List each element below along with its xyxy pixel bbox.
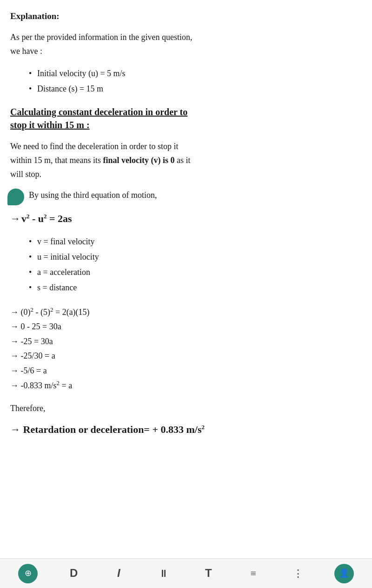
step-text-1: → 0 - 25 = 30a — [10, 320, 61, 334]
var-item-1: u = initial velocity — [37, 252, 99, 261]
body-line3: will stop. — [10, 170, 41, 179]
body-line1: We need to find the deceleration in orde… — [10, 142, 178, 151]
list-item: Initial velocity (u) = 5 m/s — [29, 67, 362, 80]
heading-line2: stop it within 15 m : — [10, 120, 90, 130]
arrow-icon: → — [10, 210, 20, 227]
pause-icon: ⏸ — [159, 565, 169, 581]
d-icon: D — [70, 564, 78, 582]
toolbar-button-menu2[interactable]: ⋮ — [289, 565, 307, 582]
list-item: v = final velocity — [29, 235, 362, 248]
by-using-container: By using the third equation of motion, — [10, 189, 362, 202]
bottom-spacer — [10, 438, 362, 475]
list-item: u = initial velocity — [29, 250, 362, 264]
menu1-icon: ≡ — [251, 565, 256, 581]
explanation-title: Explanation: — [10, 9, 362, 23]
intro-line2: we have : — [10, 46, 42, 56]
body-line2-bold: final velocity (v) is 0 — [103, 156, 175, 165]
step-line-5: → -0.833 m/s2 = a — [10, 378, 362, 393]
body-paragraph: We need to find the deceleration in orde… — [10, 140, 362, 181]
intro-paragraph: As per the provided information in the g… — [10, 31, 362, 58]
step-arrow-0: → (0)2 - (5)2 = 2(a)(15) — [10, 305, 90, 320]
var-item-0: v = final velocity — [37, 237, 95, 246]
toolbar-button-t[interactable]: T — [199, 565, 217, 582]
toolbar-button-d[interactable]: D — [65, 565, 83, 582]
intro-line1: As per the provided information in the g… — [10, 33, 192, 42]
therefore-text: Therefore, — [10, 402, 362, 415]
t-icon: T — [205, 564, 212, 582]
toolbar-button-circle-left[interactable]: ⊕ — [18, 564, 38, 583]
list-item: a = acceleration — [29, 266, 362, 279]
body-line2-start: within 15 m, that means its — [10, 156, 103, 165]
therefore-label: Therefore, — [10, 404, 45, 413]
var-item-3: s = distance — [37, 283, 77, 292]
toolbar-button-pause[interactable]: ⏸ — [155, 565, 173, 582]
teal-dot-icon — [7, 189, 24, 205]
step-text-3: → -25/30 = a — [10, 349, 55, 364]
given-list: Initial velocity (u) = 5 m/s Distance (s… — [29, 67, 362, 96]
calculation-steps: → (0)2 - (5)2 = 2(a)(15) → 0 - 25 = 30a … — [10, 305, 362, 393]
menu2-icon: ⋮ — [293, 565, 303, 581]
i-icon: I — [117, 564, 120, 582]
step-text-5: → -0.833 m/s2 = a — [10, 378, 72, 393]
main-equation: → v2 - u2 = 2as — [10, 210, 362, 227]
circle-icon-left: ⊕ — [25, 567, 32, 580]
given-item-0: Initial velocity (u) = 5 m/s — [37, 69, 126, 78]
step-line-2: → -25 = 30a — [10, 334, 362, 349]
toolbar-button-menu1[interactable]: ≡ — [245, 565, 262, 582]
list-item: s = distance — [29, 281, 362, 294]
list-item: Distance (s) = 15 m — [29, 82, 362, 96]
toolbar-button-i[interactable]: I — [110, 565, 127, 582]
variable-list: v = final velocity u = initial velocity … — [29, 235, 362, 294]
heading-line1: Calculating constant deceleration in ord… — [10, 107, 187, 117]
section-heading: Calculating constant deceleration in ord… — [10, 105, 362, 131]
equation-text: v2 - u2 = 2as — [21, 210, 72, 227]
by-using-text: By using the third equation of motion, — [29, 190, 157, 200]
step-line-0: → (0)2 - (5)2 = 2(a)(15) — [10, 305, 362, 320]
final-answer: → Retardation or deceleration= + 0.833 m… — [10, 421, 362, 438]
by-using-text-wrapper: By using the third equation of motion, — [10, 189, 362, 202]
circle-icon-right: 👤 — [339, 567, 349, 580]
given-item-1: Distance (s) = 15 m — [37, 84, 103, 93]
step-line-3: → -25/30 = a — [10, 349, 362, 364]
step-line-1: → 0 - 25 = 30a — [10, 320, 362, 334]
main-content: Explanation: As per the provided informa… — [0, 0, 372, 484]
step-text-2: → -25 = 30a — [10, 334, 53, 349]
toolbar-button-circle-right[interactable]: 👤 — [334, 564, 354, 583]
step-line-4: → -5/6 = a — [10, 364, 362, 379]
body-line2-end: as it — [174, 156, 190, 165]
title-text: Explanation: — [10, 11, 60, 21]
step-text-4: → -5/6 = a — [10, 364, 47, 379]
final-answer-text: → Retardation or deceleration= + 0.833 m… — [10, 421, 205, 438]
var-item-2: a = acceleration — [37, 268, 90, 277]
bottom-toolbar: ⊕ D I ⏸ T ≡ ⋮ 👤 — [0, 558, 372, 588]
